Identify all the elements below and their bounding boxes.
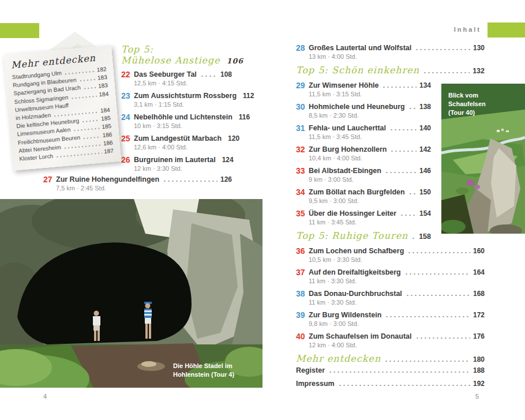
note-item-page: 184 <box>100 106 110 115</box>
note-item-page: 182 <box>96 65 107 74</box>
dot-leader <box>79 79 96 82</box>
tour-page: 116 <box>239 112 250 122</box>
tour-meta: 12 km · 3:30 Std. <box>134 164 232 173</box>
tour-page: 154 <box>419 209 431 218</box>
tour-title: Hohmichele und Heuneburg <box>309 102 405 111</box>
footer-label: Impressum <box>296 380 335 388</box>
tour-row: 36 Zum Lochen und Schafberg 160 10,5 km … <box>296 246 485 264</box>
section-header-label: Top 5: Schön einkehren <box>296 65 419 76</box>
tour-row: 35 Über die Hossinger Leiter 154 11 km ·… <box>296 209 431 227</box>
tour-title: Das Donau-Durchbruchstal <box>309 289 402 298</box>
tour-row: 24 Nebelhöhle und Lichtenstein 116 10 km… <box>121 112 232 130</box>
section-header-label: Top 5: Ruhige Touren <box>296 230 408 241</box>
note-item-page: 187 <box>104 147 114 156</box>
tour-meta: 9,5 km · 3:00 Std. <box>309 197 431 205</box>
tour-page: 164 <box>473 268 485 277</box>
section-page: 106 <box>227 55 243 66</box>
dot-leader <box>81 120 99 123</box>
valley-photo-caption: Blick vom Schaufelsen (Tour 40) <box>448 91 486 117</box>
section-header-line2: Mühelose Anstiege <box>121 55 220 66</box>
folio-left: 4 <box>43 393 47 400</box>
dot-leader <box>328 372 470 373</box>
tour-title: Bei Albstadt-Ebingen <box>309 166 381 175</box>
tour-number: 29 <box>296 81 309 99</box>
tour-number: 37 <box>296 268 309 286</box>
tour-row: 32 Zur Burg Hohenzollern 142 10,4 km · 4… <box>296 145 431 163</box>
cave-photo-caption: Die Höhle Stadel im Hohlenstein (Tour 4) <box>173 362 234 379</box>
footer-label: Mehr entdecken <box>296 353 381 364</box>
dot-leader <box>415 49 470 50</box>
tour-title: Zum Landgestüt Marbach <box>134 134 222 143</box>
note-item-page: 185 <box>101 114 111 123</box>
tour-page: 146 <box>419 166 431 175</box>
tour-list-wide: 36 Zum Lochen und Schafberg 160 10,5 km … <box>296 246 485 350</box>
tour-number: 23 <box>121 91 134 109</box>
dot-leader <box>404 273 470 275</box>
tour-title: Zum Böllat nach Burgfelden <box>309 187 405 197</box>
tour-title: Zum Aussichtsturm Rossberg <box>134 91 237 100</box>
section-header-line1: Top 5: <box>121 44 232 55</box>
page-title: Inhalt <box>454 26 481 33</box>
tour-list-left: 22 Das Seeburger Tal 108 12,5 km · 4:15 … <box>121 70 232 173</box>
tour-meta: 11,5 km · 3:15 Std. <box>309 90 431 99</box>
tour-title: Auf den Dreifaltigkeitsberg <box>309 268 401 277</box>
dot-leader <box>55 152 102 158</box>
tour-row: 38 Das Donau-Durchbruchstal 168 11 km · … <box>296 289 485 307</box>
tour-row: 28 Großes Lautertal und Wolfstal 130 13 … <box>296 43 485 61</box>
section-header-einkehren: Top 5: Schön einkehren 132 <box>296 65 485 76</box>
section-page: 132 <box>472 67 485 75</box>
tour-page: 134 <box>419 81 431 90</box>
tour-page: 124 <box>222 155 234 164</box>
note-item-page: 186 <box>103 138 113 148</box>
dot-leader <box>411 238 416 239</box>
accent-bar-left <box>0 23 39 38</box>
note-item-page: 183 <box>97 73 107 82</box>
dot-leader <box>423 72 470 73</box>
tour-number: 33 <box>296 166 309 184</box>
toc-column-left: Top 5: Mühelose Anstiege 106 22 Das Seeb… <box>121 44 232 177</box>
tour-meta: 11 km · 3:45 Std. <box>309 218 431 227</box>
section-header-ruhige: Top 5: Ruhige Touren 158 <box>296 230 431 242</box>
tour-number: 40 <box>296 332 309 350</box>
tour-meta: 10,5 km · 3:30 Std. <box>309 256 485 264</box>
note-item-page: 186 <box>102 130 112 140</box>
dot-leader <box>400 215 417 216</box>
tour-title: Zum Lochen und Schafberg <box>309 246 404 256</box>
tour-title: Zur Ruine Hohengundelfingen <box>56 175 159 184</box>
tour-row: 25 Zum Landgestüt Marbach 120 12,6 km · … <box>121 134 232 152</box>
tour-row: 30 Hohmichele und Heuneburg 138 8,5 km ·… <box>296 102 431 120</box>
footer-page: 180 <box>473 355 485 363</box>
tour-title: Burgruinen im Lautertal <box>134 155 216 164</box>
tour-number: 39 <box>296 310 309 328</box>
tour-meta: 9,8 km · 3:00 Std. <box>309 320 485 328</box>
tour-number: 31 <box>296 123 309 141</box>
tour-row: 40 Zum Schaufelsen im Donautal 176 12 km… <box>296 332 485 350</box>
tour-title: Das Seeburger Tal <box>134 70 197 79</box>
tour-row: 26 Burgruinen im Lautertal 124 12 km · 3… <box>121 155 232 173</box>
dot-leader <box>406 295 470 296</box>
cave-photo <box>0 199 262 388</box>
note-item-page: 185 <box>102 122 112 132</box>
dot-leader <box>385 172 417 173</box>
footer-row: Register 188 <box>296 366 485 380</box>
accent-bar-right <box>487 22 525 38</box>
tour-title: Fehla- und Laucherttal <box>309 123 386 133</box>
note-list: Stadtrundgang Ulm 182 Rundgang in Blaube… <box>12 65 114 163</box>
dot-leader <box>382 87 417 88</box>
tour-number: 34 <box>296 187 309 205</box>
tour-title: Nebelhöhle und Lichtenstein <box>134 112 232 122</box>
tour-page: 126 <box>220 175 232 184</box>
tour-page: 112 <box>243 91 254 100</box>
tour-title: Zur Wimsener Höhle <box>309 81 378 90</box>
tour-meta: 11 km · 3:30 Std. <box>309 298 485 307</box>
section-page: 158 <box>419 232 431 241</box>
tour-title: Großes Lautertal und Wolfstal <box>309 43 411 52</box>
dot-leader <box>408 108 417 109</box>
section-header-anstiege: Top 5: Mühelose Anstiege 106 <box>121 44 232 66</box>
dot-leader <box>408 193 417 194</box>
tour-row: 39 Zur Burg Wildenstein 172 9,8 km · 3:0… <box>296 310 485 328</box>
mehr-entdecken-note: Mehr entdecken Stadtrundgang Ulm 182 Run… <box>3 45 122 171</box>
footer-row: Mehr entdecken 180 <box>296 353 485 366</box>
dot-leader <box>389 129 417 130</box>
tour-title: Über die Hossinger Leiter <box>309 209 396 218</box>
